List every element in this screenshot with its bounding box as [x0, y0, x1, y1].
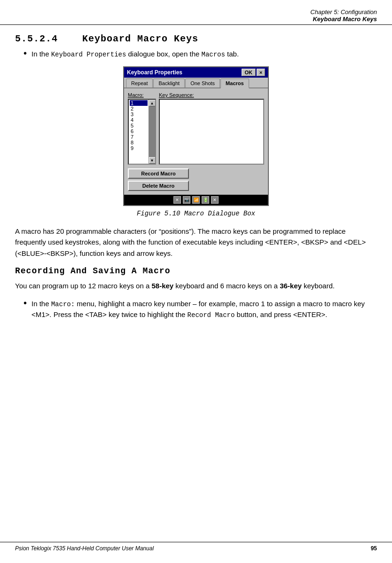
tab-oneshots[interactable]: One Shots	[185, 79, 220, 87]
dialog-buttons: Record Macro Delete Macro	[128, 168, 264, 191]
section-title: 5.5.2.4 Keyboard Macro Keys	[15, 33, 377, 44]
macro-label: Macro:	[128, 92, 156, 98]
dialog-close-button[interactable]: ×	[257, 69, 265, 76]
taskbar-icon-x: ✕	[173, 196, 181, 204]
taskbar-icon-battery: 🔋	[202, 196, 209, 204]
macro-item-5[interactable]: 5	[130, 123, 148, 128]
page-header: Chapter 5: Configuration Keyboard Macro …	[0, 0, 392, 25]
scroll-down-arrow[interactable]: ▼	[149, 157, 156, 164]
record-macro-button[interactable]: Record Macro	[128, 168, 189, 179]
macro-item-3[interactable]: 3	[130, 111, 148, 117]
section-label: Keyboard Macro Keys	[15, 16, 377, 23]
macro-item-6[interactable]: 6	[130, 128, 148, 134]
dialog-columns: Macro: 1 2 3 4 5 6 7 8 9	[128, 92, 264, 165]
bullet-dot: •	[24, 48, 27, 59]
macro-list-items[interactable]: 1 2 3 4 5 6 7 8 9	[129, 100, 149, 164]
macro-item-7[interactable]: 7	[130, 134, 148, 140]
taskbar-icon-x2: ✕	[211, 196, 219, 204]
keyboard-properties-dialog: Keyboard Properties OK × Repeat Backligh…	[123, 66, 269, 206]
sub-section-title: Recording And Saving A Macro	[15, 266, 377, 276]
dialog-titlebar: Keyboard Properties OK ×	[124, 67, 268, 78]
dialog-wrapper: Keyboard Properties OK × Repeat Backligh…	[15, 66, 377, 206]
taskbar-icon-signal: 📶	[192, 196, 200, 204]
dialog-body: Macro: 1 2 3 4 5 6 7 8 9	[124, 88, 268, 195]
dialog-title: Keyboard Properties	[127, 69, 182, 76]
intro-bullet: • In the Keyboard Properties dialogue bo…	[24, 49, 377, 60]
macro-item-9[interactable]: 9	[130, 145, 148, 151]
tab-repeat[interactable]: Repeat	[126, 79, 153, 87]
main-content: 5.5.2.4 Keyboard Macro Keys • In the Key…	[0, 33, 392, 342]
dialog-tabs: Repeat Backlight One Shots Macros	[124, 78, 268, 88]
intro-text: In the Keyboard Properties dialogue box,…	[31, 49, 239, 60]
dialog-taskbar: ✕ 📷 📶 🔋 ✕	[124, 195, 268, 205]
dialog-title-buttons: OK ×	[242, 69, 266, 76]
delete-macro-button[interactable]: Delete Macro	[128, 181, 189, 191]
macro-list[interactable]: 1 2 3 4 5 6 7 8 9 ▲	[128, 99, 156, 165]
body-text: A macro has 20 programmable characters (…	[15, 226, 377, 259]
key-seq-container: Key Sequence:	[159, 92, 264, 165]
taskbar-icon-camera: 📷	[183, 196, 190, 204]
footer-left: Psion Teklogix 7535 Hand-Held Computer U…	[15, 545, 154, 552]
figure-caption: Figure 5.10 Macro Dialogue Box	[15, 210, 377, 217]
page-footer: Psion Teklogix 7535 Hand-Held Computer U…	[0, 542, 392, 555]
scroll-up-arrow[interactable]: ▲	[149, 100, 156, 106]
macro-item-1[interactable]: 1	[130, 100, 148, 106]
tab-backlight[interactable]: Backlight	[153, 79, 185, 87]
footer-page-number: 95	[371, 545, 377, 552]
scroll-track	[149, 106, 155, 157]
key-seq-box[interactable]	[159, 99, 264, 165]
macro-item-8[interactable]: 8	[130, 140, 148, 145]
tab-macros[interactable]: Macros	[220, 79, 249, 88]
sub-section-para1: You can program up to 12 macro keys on a…	[15, 280, 377, 291]
key-seq-label: Key Sequence:	[159, 92, 264, 98]
dialog-ok-button[interactable]: OK	[242, 69, 256, 76]
chapter-label: Chapter 5: Configuration	[15, 8, 377, 16]
sub-bullet: • In the Macro: menu, highlight a macro …	[24, 299, 377, 320]
macro-scrollbar: ▲ ▼	[149, 100, 155, 164]
macro-list-container: Macro: 1 2 3 4 5 6 7 8 9	[128, 92, 156, 165]
sub-bullet-text: In the Macro: menu, highlight a macro ke…	[31, 299, 377, 320]
sub-bullet-dot: •	[24, 298, 27, 309]
macro-item-4[interactable]: 4	[130, 117, 148, 123]
macro-item-2[interactable]: 2	[130, 106, 148, 111]
